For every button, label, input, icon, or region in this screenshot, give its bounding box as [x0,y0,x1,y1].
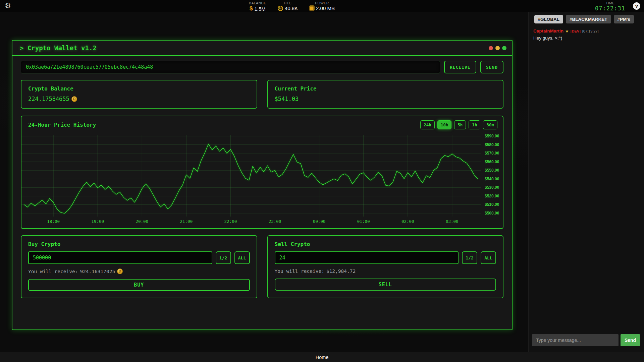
top-bar: ⚙ BALANCE$1.5MHTCH40.8KPOWER2.00 MB TIME… [0,0,644,12]
message-header: CaptainMartin★[DEV][07:19:27] [533,28,639,34]
sell-panel-title: Sell Crypto [275,241,496,247]
sell-all-button[interactable]: ALL [481,251,496,264]
stat-value: 2.00 MB [309,5,335,11]
crypto-balance-value: 224.17584655 D [28,96,250,102]
range-button-1h[interactable]: 1h [469,120,480,129]
chat-tabs: #GLOBAL#BLACKMARKET#PM's [529,12,644,23]
current-price-panel: Current Price $541.03 [267,80,504,109]
y-axis-label: $520.00 [485,194,499,198]
range-button-10h[interactable]: 10h [437,120,452,129]
time-display: TIME 07:22:31 [595,1,625,12]
x-axis-label: 23:00 [269,219,281,224]
message-timestamp: [07:19:27] [582,29,599,33]
chart-header: 24-Hour Price History 24h10h5h1h30m [21,116,503,133]
address-row: RECEIVE SEND [21,61,503,73]
crypto-wallet-window: > Crypto Wallet v1.2 RECEIVE SEND Crypto… [12,40,513,330]
price-history-panel: 24-Hour Price History 24h10h5h1h30m $590… [21,116,503,229]
star-icon: ★ [565,29,569,34]
chat-send-button[interactable]: Send [621,334,640,346]
x-axis-label: 21:00 [180,219,193,224]
range-button-30m[interactable]: 30m [483,120,497,129]
time-value: 07:22:31 [595,5,625,12]
window-controls [489,46,506,50]
x-axis-label: 00:00 [313,219,326,224]
chart-title: 24-Hour Price History [28,122,96,128]
sell-receive-line: You will receive: $12,984.72 [275,268,496,274]
chart-body: $590.00$580.00$570.00$560.00$550.00$540.… [21,133,503,218]
window-maximize-button[interactable] [502,46,506,50]
y-axis-label: $590.00 [485,134,499,138]
stat-value: $1.5M [250,5,266,12]
summary-panels: Crypto Balance 224.17584655 D Current Pr… [21,80,503,109]
buy-amount-input[interactable] [28,251,212,264]
crypto-coin-icon: D [117,268,123,274]
window-minimize-button[interactable] [495,46,500,50]
stat-label: POWER [315,1,329,5]
sell-button[interactable]: SELL [275,279,496,291]
x-axis-label: 19:00 [91,219,104,224]
buy-half-button[interactable]: 1/2 [216,251,231,264]
bottom-bar: Home [0,352,644,362]
y-axis-label: $500.00 [485,211,499,216]
wallet-address-input[interactable] [21,61,440,73]
trade-panels: Buy Crypto 1/2 ALL You will receive: 924… [21,235,503,298]
chat-sidebar: #GLOBAL#BLACKMARKET#PM's CaptainMartin★[… [528,12,644,352]
settings-gear-icon[interactable]: ⚙ [5,2,11,9]
chat-message: CaptainMartin★[DEV][07:19:27]Hey guys. >… [533,28,639,41]
chat-tab-pms[interactable]: #PM's [614,15,634,23]
sell-half-button[interactable]: 1/2 [462,251,477,264]
current-price-value: $541.03 [275,96,496,102]
time-label: TIME [595,1,625,5]
topbar-stat-balance: BALANCE$1.5M [249,1,266,12]
y-axis-label: $540.00 [485,177,499,181]
buy-amount-row: 1/2 ALL [28,251,250,264]
x-axis-label: 02:00 [401,219,414,224]
price-chart-svg [21,133,481,218]
x-axis-label: 22:00 [224,219,237,224]
sell-receive-value: $12,984.72 [326,268,356,274]
crypto-balance-amount: 224.17584655 [28,96,69,102]
sell-receive-prefix: You will receive: [275,268,324,274]
window-close-button[interactable] [489,46,493,50]
range-button-5h[interactable]: 5h [454,120,466,129]
y-axis-label: $570.00 [485,151,499,156]
receive-button[interactable]: RECEIVE [444,61,476,73]
topbar-stat-htc: HTCH40.8K [278,1,298,12]
chart-range-buttons: 24h10h5h1h30m [420,120,497,129]
sell-crypto-panel: Sell Crypto 1/2 ALL You will receive: $1… [267,235,504,298]
x-axis-label: 20:00 [136,219,148,224]
buy-panel-title: Buy Crypto [28,241,250,247]
buy-receive-line: You will receive: 924.16317025 D [28,268,250,274]
chat-input-row: Send [532,334,640,346]
crypto-balance-title: Crypto Balance [28,85,250,92]
x-axis-label: 03:00 [446,219,459,224]
chart-x-axis: 18:0019:0020:0021:0022:0023:0000:0001:00… [21,218,481,227]
sell-amount-input[interactable] [275,251,459,264]
range-button-24h[interactable]: 24h [420,120,435,129]
home-nav-button[interactable]: Home [316,355,329,360]
buy-button[interactable]: BUY [28,279,250,291]
x-axis-label: 01:00 [357,219,370,224]
stat-value: H40.8K [278,5,298,11]
topbar-stat-power: POWER2.00 MB [309,1,335,12]
buy-all-button[interactable]: ALL [234,251,250,264]
window-title-bar[interactable]: > Crypto Wallet v1.2 [12,41,512,56]
chat-tab-global[interactable]: #GLOBAL [534,15,564,23]
crypto-coin-icon: D [71,96,77,102]
message-role-tag: [DEV] [571,29,581,33]
stat-value-text: 40.8K [285,5,298,11]
current-price-amount: $541.03 [275,96,299,102]
y-axis-label: $580.00 [485,142,499,147]
help-icon[interactable]: ? [633,2,640,10]
buy-receive-prefix: You will receive: [28,269,78,274]
chat-message-input[interactable] [532,334,619,346]
y-axis-label: $510.00 [485,202,499,207]
current-price-title: Current Price [275,85,496,92]
y-axis-label: $550.00 [485,168,499,173]
crypto-balance-panel: Crypto Balance 224.17584655 D [21,80,257,109]
buy-receive-value: 924.16317025 [80,269,115,274]
send-button[interactable]: SEND [480,61,503,73]
power-chip-icon [309,6,314,11]
stat-value-text: 2.00 MB [316,5,335,11]
chat-tab-blackmarket[interactable]: #BLACKMARKET [566,15,611,23]
